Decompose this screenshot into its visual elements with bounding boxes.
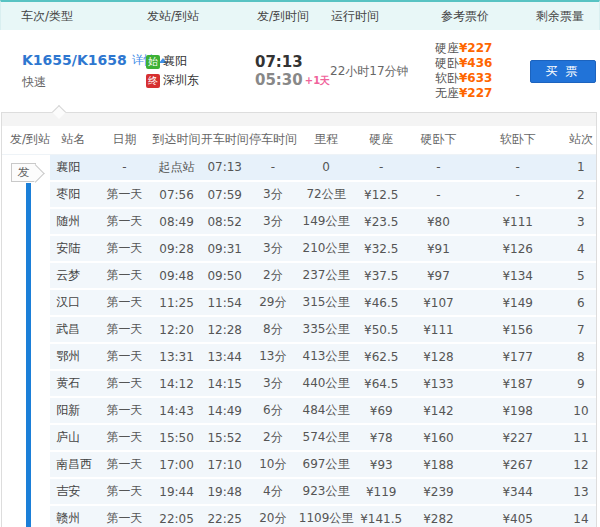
depart-time: 14:49: [201, 397, 249, 424]
table-row[interactable]: 赣州第一天22:0522:2520分1109公里¥141.5¥282¥40514: [2, 505, 596, 527]
table-row[interactable]: 随州第一天08:4908:523分149公里¥23.5¥80¥1113: [2, 208, 596, 235]
table-row[interactable]: 阳新第一天14:4314:496分484公里¥69¥142¥19810: [2, 397, 596, 424]
price-label: 硬卧: [435, 56, 459, 71]
date: 第一天: [96, 316, 152, 343]
stops-table: 发/到站站名日期到达时间开车时间停车时间里程硬座硬卧下软卧下站次 襄阳-起点站0…: [2, 126, 596, 527]
price-label: 无座: [435, 86, 459, 101]
hard-seat-price: ¥69: [355, 397, 407, 424]
depart-time: 07:59: [201, 181, 249, 208]
stop-duration: 4分: [249, 478, 297, 505]
depart-time: 22:25: [201, 505, 249, 527]
date: 第一天: [96, 370, 152, 397]
end-station-badge-icon: 终: [146, 74, 160, 88]
stop-duration: 20分: [249, 505, 297, 527]
stop-duration: 29分: [249, 289, 297, 316]
station-name: 云梦: [50, 262, 96, 289]
train-number: K1655/K1658: [22, 52, 127, 68]
distance: 335公里: [297, 316, 355, 343]
date: 第一天: [96, 478, 152, 505]
stop-sequence: 10: [566, 397, 596, 424]
hard-seat-price: ¥46.5: [355, 289, 407, 316]
end-station-name: 深圳东: [163, 72, 199, 89]
station-name: 武昌: [50, 316, 96, 343]
depart-time: 09:31: [201, 235, 249, 262]
station-name: 汉口: [50, 289, 96, 316]
table-row[interactable]: 安陆第一天09:2809:313分210公里¥32.5¥91¥1264: [2, 235, 596, 262]
hard-seat-price: ¥62.5: [355, 343, 407, 370]
start-station-name: 襄阳: [163, 53, 187, 70]
price-value: ¥227: [459, 86, 492, 101]
table-row[interactable]: 吉安第一天19:4419:484分923公里¥119¥239¥34413: [2, 478, 596, 505]
table-row[interactable]: 黄石第一天14:1214:153分440公里¥64.5¥133¥1879: [2, 370, 596, 397]
list-header-train-type: 车次/类型: [1, 8, 141, 25]
date: 第一天: [96, 235, 152, 262]
depart-time: 13:44: [201, 343, 249, 370]
stations: 始 襄阳 终 深圳东: [140, 52, 248, 90]
distance: 484公里: [297, 397, 355, 424]
distance: 0: [297, 154, 355, 181]
arrive-time: 15:50: [152, 424, 200, 451]
table-row[interactable]: 云梦第一天09:4809:502分237公里¥37.5¥97¥1345: [2, 262, 596, 289]
distance: 72公里: [297, 181, 355, 208]
distance: 697公里: [297, 451, 355, 478]
station-name: 吉安: [50, 478, 96, 505]
table-row[interactable]: 襄阳-起点站07:13-0---1: [2, 154, 596, 181]
train-type: 快速: [22, 74, 140, 91]
soft-sleeper-price: ¥344: [470, 478, 566, 505]
table-row[interactable]: 汉口第一天11:2511:5429分315公里¥46.5¥107¥1496: [2, 289, 596, 316]
list-header: 车次/类型发站/到站发/到时间运行时间参考票价剩余票量: [0, 0, 600, 30]
hard-sleeper-price: ¥142: [407, 397, 469, 424]
arrive-time: 17:00: [152, 451, 200, 478]
distance: 413公里: [297, 343, 355, 370]
stop-duration: 3分: [249, 208, 297, 235]
table-row[interactable]: 枣阳第一天07:5607:593分72公里¥12.5--2: [2, 181, 596, 208]
hard-seat-price: -: [355, 154, 407, 181]
stop-duration: 3分: [249, 235, 297, 262]
stop-sequence: 14: [566, 505, 596, 527]
hard-seat-price: ¥64.5: [355, 370, 407, 397]
soft-sleeper-price: ¥227: [470, 424, 566, 451]
hard-seat-price: ¥32.5: [355, 235, 407, 262]
hard-seat-price: ¥37.5: [355, 262, 407, 289]
times: 07:13 05:30+1天: [248, 53, 330, 90]
soft-sleeper-price: ¥156: [470, 316, 566, 343]
table-row[interactable]: 南昌西第一天17:0017:1010分697公里¥93¥188¥26712: [2, 451, 596, 478]
distance: 574公里: [297, 424, 355, 451]
hard-seat-price: ¥93: [355, 451, 407, 478]
soft-sleeper-price: ¥267: [470, 451, 566, 478]
table-row[interactable]: 庐山第一天15:5015:522分574公里¥78¥160¥22711: [2, 424, 596, 451]
price-value: ¥436: [459, 56, 492, 71]
arrive-time: 09:28: [152, 235, 200, 262]
price-value: ¥227: [459, 41, 492, 56]
column-header-sequence: 站次: [566, 126, 596, 154]
price-line: 硬卧¥436: [435, 56, 525, 71]
list-header-tickets: 剩余票量: [536, 8, 599, 25]
arrive-time: 22:05: [152, 505, 200, 527]
date: 第一天: [96, 451, 152, 478]
buy-ticket-button[interactable]: 买 票: [530, 60, 596, 83]
hard-sleeper-price: ¥80: [407, 208, 469, 235]
arrive-time: 09:48: [152, 262, 200, 289]
arrive-time: 起点站: [152, 154, 200, 181]
hard-seat-price: ¥50.5: [355, 316, 407, 343]
distance: 923公里: [297, 478, 355, 505]
hard-sleeper-price: ¥111: [407, 316, 469, 343]
distance: 440公里: [297, 370, 355, 397]
timeline-line: [26, 183, 31, 527]
distance: 1109公里: [297, 505, 355, 527]
stop-duration: 8分: [249, 316, 297, 343]
station-name: 黄石: [50, 370, 96, 397]
hard-sleeper-price: ¥239: [407, 478, 469, 505]
table-row[interactable]: 鄂州第一天13:3113:4413分413公里¥62.5¥128¥1778: [2, 343, 596, 370]
column-header-arrival: 到达时间: [152, 126, 200, 154]
arrive-time: 07:56: [152, 181, 200, 208]
column-header-date: 日期: [96, 126, 152, 154]
table-row[interactable]: 武昌第一天12:2012:288分335公里¥50.5¥111¥1567: [2, 316, 596, 343]
stop-duration: 13分: [249, 343, 297, 370]
soft-sleeper-price: ¥134: [470, 262, 566, 289]
soft-sleeper-price: -: [470, 154, 566, 181]
hard-sleeper-price: ¥188: [407, 451, 469, 478]
station-name: 安陆: [50, 235, 96, 262]
price-line: 硬座¥227: [435, 41, 525, 56]
stop-sequence: 13: [566, 478, 596, 505]
